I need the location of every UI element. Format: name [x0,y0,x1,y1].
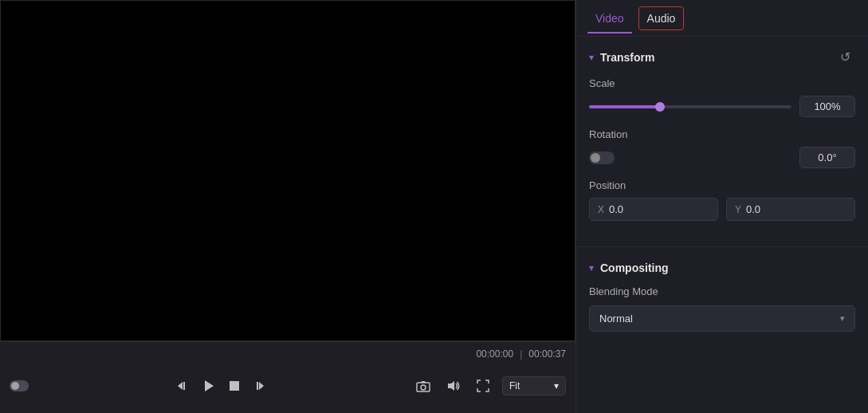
compositing-title: Compositing [600,262,669,274]
blending-mode-label: Blending Mode [589,285,855,297]
position-y-field[interactable]: Y 0.0 [726,198,855,221]
fullscreen-button[interactable] [473,376,493,395]
rotation-toggle-thumb [591,153,600,163]
fit-chevron: ▾ [554,380,559,391]
transform-section: ▾ Transform ↺ Scale 100% Rotation [576,37,868,243]
compositing-header: ▾ Compositing [589,262,855,274]
svg-marker-0 [178,382,183,390]
screenshot-button[interactable] [413,376,434,395]
transform-reset-button[interactable]: ↺ [835,48,855,66]
scale-slider-fill [589,105,660,108]
scale-slider-thumb[interactable] [655,102,665,112]
fit-label: Fit [509,380,520,391]
total-time: 00:00:37 [528,348,566,360]
position-x-value: 0.0 [609,203,623,215]
rotation-control: Rotation 0.0° [589,128,855,168]
tabs-row: Video Audio [576,0,868,37]
tab-video[interactable]: Video [587,4,632,33]
controls-right: Fit ▾ [413,376,566,395]
blending-mode-value: Normal [599,313,633,324]
position-x-field[interactable]: X 0.0 [589,198,718,221]
svg-point-7 [421,385,426,390]
scale-label: Scale [589,77,855,89]
volume-button[interactable] [443,376,464,395]
rotation-toggle[interactable] [589,151,615,164]
position-y-value: 0.0 [746,203,760,215]
stop-button[interactable] [226,377,243,395]
svg-rect-1 [183,382,185,390]
time-display: 00:00:00 | 00:00:37 [10,342,566,364]
transform-header: ▾ Transform ↺ [589,48,855,66]
position-y-label: Y [735,204,741,215]
record-indicator [10,380,29,391]
scale-value-box[interactable]: 100% [799,96,855,117]
position-fields: X 0.0 Y 0.0 [589,198,855,221]
rotation-label: Rotation [589,128,855,140]
rotation-control-row: 0.0° [589,147,855,168]
video-preview [0,0,575,341]
step-back-button[interactable] [173,376,192,395]
current-time: 00:00:00 [476,348,513,360]
blending-chevron-icon: ▾ [840,313,845,324]
controls-center [173,376,269,396]
blending-mode-dropdown[interactable]: Normal ▾ [589,305,855,332]
play-button[interactable] [198,376,219,396]
compositing-title-row: ▾ Compositing [589,262,669,274]
transform-collapse-arrow[interactable]: ▾ [589,52,594,63]
tab-audio[interactable]: Audio [638,6,685,30]
video-controls-bar: 00:00:00 | 00:00:37 [0,341,575,413]
compositing-collapse-arrow[interactable]: ▾ [589,262,594,273]
right-panel: Video Audio ▾ Transform ↺ Scale 100% [575,0,868,413]
position-x-label: X [598,204,604,215]
transform-title: Transform [600,51,654,64]
compositing-section: ▾ Compositing Blending Mode Normal ▾ [576,250,868,343]
playback-controls: Fit ▾ [10,364,566,413]
scale-slider-track[interactable] [589,105,791,108]
position-label: Position [589,179,855,191]
scale-slider-container[interactable] [589,105,791,108]
left-panel: 00:00:00 | 00:00:37 [0,0,575,413]
position-control: Position X 0.0 Y 0.0 [589,179,855,221]
rotation-value-box[interactable]: 0.0° [799,147,855,168]
scale-control: Scale 100% [589,77,855,117]
svg-marker-2 [205,380,214,391]
svg-marker-4 [259,382,264,390]
fit-dropdown[interactable]: Fit ▾ [502,376,566,395]
svg-rect-3 [230,381,239,391]
time-separator: | [520,348,522,360]
svg-rect-5 [257,382,258,390]
section-divider [576,246,868,247]
svg-marker-8 [448,381,454,391]
scale-control-row: 100% [589,96,855,117]
step-forward-button[interactable] [249,376,269,395]
record-dot [11,382,19,390]
controls-left [10,380,29,391]
section-title-row: ▾ Transform [589,51,654,64]
